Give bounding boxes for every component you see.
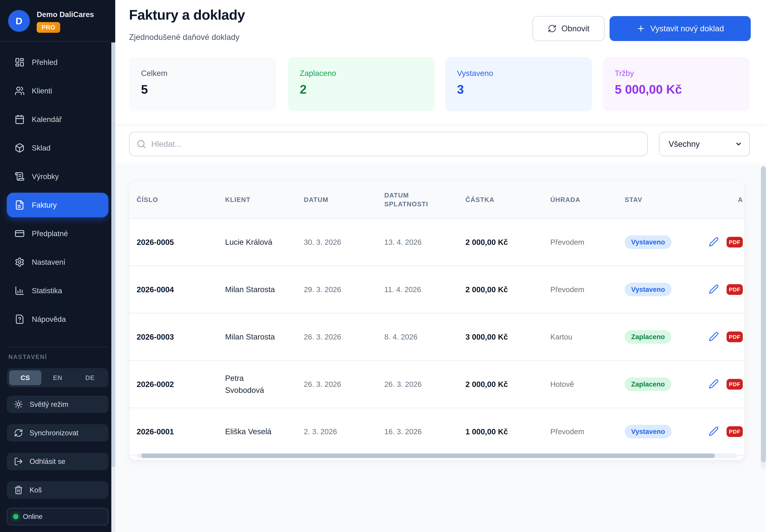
lang-de-button[interactable]: DE [74,370,106,385]
table-row[interactable]: 2026-0004 Milan Starosta 29. 3. 2026 11.… [129,266,744,314]
invoice-payment: Hotově [550,380,625,389]
invoice-payment: Převodem [550,427,625,436]
main-content: Faktury a doklady Zjednodušené daňové do… [115,0,766,532]
settings-section-label: NASTAVENÍ [8,354,115,360]
sidebar-item-statistika[interactable]: Statistika [7,278,108,303]
lang-en-button[interactable]: EN [41,370,74,385]
sidebar-item-label: Kalendář [32,115,62,124]
invoice-number: 2026-0003 [137,333,225,341]
column-castka[interactable]: ČÁSTKA [466,196,550,203]
edit-button[interactable] [709,284,719,295]
pdf-button[interactable]: PDF [727,426,743,437]
trash-button[interactable]: Koš [7,481,108,499]
invoice-amount: 2 000,00 Kč [466,285,550,294]
invoice-number: 2026-0001 [137,427,225,436]
users-icon [15,86,25,96]
invoice-date: 29. 3. 2026 [304,285,384,294]
table-header-row: ČÍSLO KLIENT DATUM DATUM SPLATNOSTI ČÁST… [129,181,744,219]
sidebar-nav: Přehled Klienti Kalendář Sklad Výrobky F… [0,42,115,332]
status-badge: Vystaveno [625,283,672,296]
stat-label: Zaplaceno [300,69,435,78]
edit-button[interactable] [709,426,719,437]
stat-value: 5 000,00 Kč [615,82,750,96]
sidebar-item-prehled[interactable]: Přehled [7,50,108,75]
sidebar-scrollbar[interactable] [111,42,115,532]
online-label: Online [23,513,43,520]
new-document-button[interactable]: Vystavit nový doklad [610,16,751,41]
vertical-scrollbar[interactable] [761,165,766,469]
horizontal-scrollbar[interactable] [137,453,737,458]
sidebar-item-sklad[interactable]: Sklad [7,136,108,160]
sidebar-item-vyrobky[interactable]: Výrobky [7,164,108,189]
pro-badge: PRO [37,22,60,33]
invoice-icon [15,200,25,210]
sidebar: D Demo DaliCares PRO Přehled Klienti Kal… [0,0,115,532]
sidebar-item-label: Předplatné [32,229,68,238]
column-klient[interactable]: KLIENT [225,196,304,203]
sidebar-item-label: Faktury [32,201,57,209]
invoice-client: Eliška Veselá [225,426,279,438]
sidebar-item-label: Nápověda [32,315,66,324]
synchronize-button[interactable]: Synchronizovat [7,424,108,442]
refresh-label: Obnovit [561,24,589,33]
lang-cs-button[interactable]: CS [9,370,41,385]
invoice-table: ČÍSLO KLIENT DATUM DATUM SPLATNOSTI ČÁST… [129,181,745,460]
workspace-header[interactable]: D Demo DaliCares PRO [0,0,115,42]
column-akce[interactable]: A [701,196,745,203]
calendar-icon [15,114,25,124]
table-row[interactable]: 2026-0002 Petra Svobodová 26. 3. 2026 26… [129,361,744,408]
stat-value: 3 [457,82,592,96]
stat-card-paid: Zaplaceno 2 [288,57,435,111]
edit-button[interactable] [709,332,719,342]
help-file-icon [15,314,25,324]
pencil-icon [709,426,719,436]
credit-card-icon [15,229,25,239]
pdf-button[interactable]: PDF [727,379,743,390]
status-filter-select[interactable]: Všechny [659,132,750,156]
column-stav[interactable]: STAV [625,196,701,203]
bar-chart-icon [15,286,25,296]
invoice-payment: Kartou [550,333,625,341]
invoice-date: 30. 3. 2026 [304,238,384,247]
pdf-button[interactable]: PDF [727,332,743,342]
stat-label: Vystaveno [457,69,592,78]
search-input[interactable] [151,139,647,149]
column-datum[interactable]: DATUM [304,196,384,203]
gear-icon [15,257,25,267]
workspace-name: Demo DaliCares [37,10,94,19]
sidebar-divider [7,347,108,347]
edit-button[interactable] [709,237,719,248]
status-badge: Vystaveno [625,235,672,249]
refresh-button[interactable]: Obnovit [533,16,605,41]
app-window: D Demo DaliCares PRO Přehled Klienti Kal… [0,0,766,532]
vertical-scrollbar-thumb[interactable] [761,166,766,462]
sidebar-item-nastaveni[interactable]: Nastavení [7,250,108,274]
column-datum-splatnosti[interactable]: DATUM SPLATNOSTI [384,191,440,208]
sidebar-item-kalendar[interactable]: Kalendář [7,107,108,132]
edit-button[interactable] [709,379,719,390]
invoice-due-date: 11. 4. 2026 [384,285,466,294]
sidebar-item-napoveda[interactable]: Nápověda [7,307,108,332]
table-row[interactable]: 2026-0003 Milan Starosta 26. 3. 2026 8. … [129,314,744,361]
column-uhrada[interactable]: ÚHRADA [550,196,625,203]
sidebar-item-predplatne[interactable]: Předplatné [7,221,108,246]
table-row[interactable]: 2026-0005 Lucie Králová 30. 3. 2026 13. … [129,219,744,266]
status-badge: Zaplaceno [625,330,671,344]
table-row[interactable]: 2026-0001 Eliška Veselá 2. 3. 2026 16. 3… [129,408,744,456]
invoice-number: 2026-0004 [137,285,225,294]
search-box [129,132,648,156]
sidebar-scrollbar-thumb[interactable] [111,42,115,467]
stat-card-issued: Vystaveno 3 [445,57,592,111]
sidebar-item-label: Statistika [32,286,62,295]
pdf-button[interactable]: PDF [727,284,743,295]
sidebar-item-faktury[interactable]: Faktury [7,193,108,217]
horizontal-scrollbar-thumb[interactable] [141,453,715,458]
light-mode-label: Světlý režim [30,400,68,408]
invoice-client: Milan Starosta [225,284,279,296]
invoice-date: 2. 3. 2026 [304,427,384,436]
column-cislo[interactable]: ČÍSLO [137,196,225,203]
pdf-button[interactable]: PDF [727,237,743,248]
logout-button[interactable]: Odhlásit se [7,453,108,470]
light-mode-button[interactable]: Světlý režim [7,396,108,413]
sidebar-item-klienti[interactable]: Klienti [7,79,108,103]
